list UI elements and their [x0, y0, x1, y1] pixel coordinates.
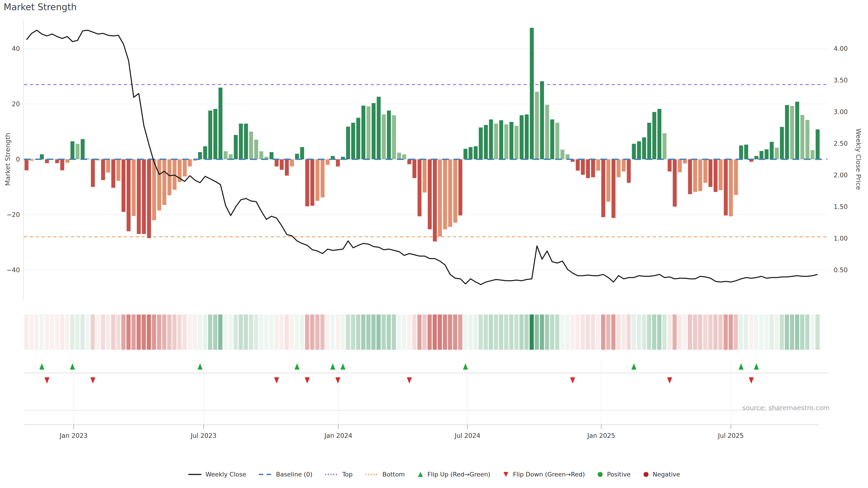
strength-bar	[693, 159, 698, 192]
heatmap-cell	[407, 315, 411, 350]
strength-bar	[290, 159, 294, 166]
strength-bar	[545, 105, 549, 159]
legend-item: Weekly Close	[188, 471, 246, 478]
heatmap-cell	[203, 315, 207, 350]
heatmap-cell	[734, 315, 738, 350]
strength-bar	[229, 154, 233, 159]
strength-bar	[565, 154, 569, 159]
right-tick-label: 3.50	[834, 76, 848, 84]
right-tick-label: 3.00	[834, 108, 848, 116]
strength-bar	[484, 125, 488, 159]
strength-bar	[81, 139, 85, 159]
strength-bar	[351, 123, 355, 159]
source-credit: source: sharemaestro.com	[742, 404, 830, 412]
heatmap-cell	[489, 315, 493, 350]
strength-bar	[642, 137, 646, 159]
strength-bar	[637, 141, 641, 159]
strength-bar	[453, 159, 457, 223]
heatmap-cell	[45, 315, 49, 350]
strength-bar	[678, 159, 682, 172]
heatmap-cell	[183, 315, 187, 350]
strength-bar	[438, 159, 442, 236]
heatmap-cell	[708, 315, 712, 350]
strength-bar	[167, 159, 172, 195]
left-axis-title: Market Strength	[4, 133, 11, 186]
left-tick-label: 20	[12, 100, 20, 108]
heatmap-cell	[601, 315, 605, 350]
flip-down-marker	[336, 377, 340, 384]
strength-bar	[362, 105, 366, 159]
heatmap-cell	[668, 315, 672, 350]
heatmap-cell	[520, 315, 524, 350]
strength-bar	[234, 135, 238, 159]
heatmap-cell	[637, 315, 641, 350]
heatmap-cell	[300, 315, 304, 350]
strength-bar	[688, 159, 692, 194]
strength-bar	[458, 159, 463, 216]
legend-item-label: Negative	[653, 471, 680, 478]
strength-bar	[724, 159, 728, 216]
strength-bar	[540, 81, 544, 159]
strength-bar	[305, 159, 309, 206]
heatmap-cell	[86, 315, 90, 350]
heatmap-cell	[678, 315, 682, 350]
heatmap-cell	[540, 315, 544, 350]
strength-bar	[188, 159, 192, 166]
strength-bar	[198, 152, 202, 159]
flip-up-marker	[463, 363, 468, 369]
heatmap-cell	[499, 315, 503, 350]
strength-bar	[754, 156, 758, 159]
heatmap-cell	[366, 315, 370, 350]
heatmap-cell	[412, 315, 416, 350]
heatmap-cell	[555, 315, 559, 350]
strength-bar	[213, 109, 217, 159]
heatmap-cell	[228, 315, 233, 350]
heatmap-cell	[428, 315, 432, 350]
heatmap-cell	[698, 315, 702, 350]
strength-bar	[443, 159, 447, 229]
right-tick-label: 2.50	[834, 140, 848, 147]
left-tick-label: −40	[6, 266, 20, 274]
baseline-dash-swatch	[258, 472, 272, 477]
x-tick-label: Jul 2023	[190, 432, 217, 440]
heatmap-cell	[596, 315, 600, 350]
strength-bar	[295, 154, 299, 160]
strength-bar	[259, 151, 264, 159]
heatmap-cell	[591, 315, 595, 350]
heatmap-cell	[218, 315, 223, 350]
strength-bar	[652, 112, 656, 159]
heatmap-cell	[50, 315, 54, 350]
heatmap-cell	[274, 315, 279, 350]
heatmap-cell	[627, 315, 631, 350]
strength-bar	[208, 110, 212, 159]
heatmap-cell	[305, 315, 309, 350]
heatmap-cell	[754, 315, 758, 350]
strength-bar	[412, 159, 416, 178]
heatmap-cell	[239, 315, 243, 350]
heatmap-cell	[208, 315, 212, 350]
heatmap-cell	[647, 315, 651, 350]
strength-bar	[744, 144, 748, 159]
status-dot-icon	[643, 471, 649, 478]
strength-bar	[428, 159, 432, 229]
flip-up-marker	[340, 363, 345, 369]
strength-bar	[382, 115, 386, 159]
heatmap-cell	[96, 315, 100, 350]
heatmap-cell	[785, 315, 789, 350]
heatmap-cell	[126, 315, 131, 350]
strength-bar	[315, 159, 320, 201]
strength-bar	[397, 153, 401, 159]
heatmap-cell	[142, 315, 146, 350]
heatmap-cell	[397, 315, 401, 350]
heatmap-cell	[75, 315, 80, 350]
heatmap-cell	[524, 315, 529, 350]
heatmap-cell	[24, 315, 29, 350]
strength-bar	[157, 159, 161, 210]
flip-up-marker	[330, 363, 335, 369]
heatmap-cell	[392, 315, 396, 350]
heatmap-cell	[586, 315, 590, 350]
strength-bar	[591, 159, 595, 177]
heatmap-cell	[514, 315, 519, 350]
heatmap-cell	[805, 315, 809, 350]
strength-bar	[499, 120, 503, 159]
